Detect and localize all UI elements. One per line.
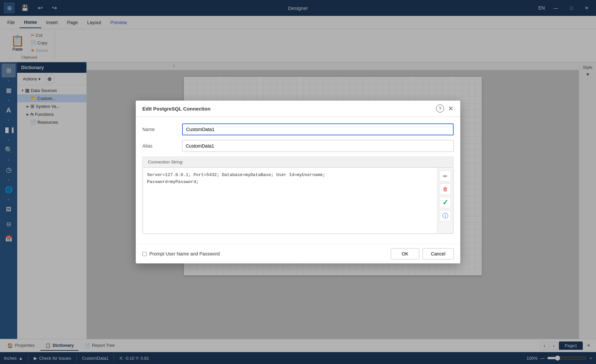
- name-field-row: Name: [142, 123, 454, 135]
- connection-string-area: Server=127.0.0.1; Port=5432; Database=my…: [143, 167, 453, 234]
- connection-string-section: Connection String: Server=127.0.0.1; Por…: [142, 157, 454, 234]
- edit-connection-modal: Edit PostgreSQL Connection ? ✕ Name Alia…: [136, 101, 460, 263]
- alias-input[interactable]: [182, 140, 454, 152]
- ok-button[interactable]: OK: [391, 248, 419, 259]
- connection-string-edit-button[interactable]: ✏: [440, 170, 451, 182]
- modal-overlay: Edit PostgreSQL Connection ? ✕ Name Alia…: [0, 0, 596, 364]
- name-input[interactable]: [182, 123, 454, 135]
- connection-string-section-header: Connection String:: [143, 157, 453, 167]
- connection-string-label: Connection String:: [148, 159, 183, 164]
- modal-body: Name Alias Connection String: Server=127…: [136, 117, 460, 244]
- modal-footer: Prompt User Name and Password OK Cancel: [136, 244, 460, 263]
- name-field-label: Name: [142, 127, 182, 132]
- alias-field-row: Alias: [142, 140, 454, 152]
- connection-string-check-button[interactable]: ✓: [440, 197, 451, 208]
- info-icon: ⓘ: [442, 212, 448, 220]
- connection-string-text[interactable]: Server=127.0.0.1; Port=5432; Database=my…: [143, 168, 437, 233]
- connection-string-info-button[interactable]: ⓘ: [440, 210, 451, 221]
- connection-string-toolbar: ✏ 🗑 ✓ ⓘ: [437, 168, 453, 233]
- modal-header-right: ? ✕: [436, 105, 454, 113]
- modal-close-button[interactable]: ✕: [448, 105, 454, 112]
- modal-footer-left: Prompt User Name and Password: [142, 251, 220, 256]
- modal-title: Edit PostgreSQL Connection: [142, 106, 211, 112]
- modal-header: Edit PostgreSQL Connection ? ✕: [136, 101, 460, 117]
- prompt-password-label: Prompt User Name and Password: [149, 251, 220, 256]
- prompt-password-checkbox[interactable]: [142, 252, 147, 256]
- connection-string-delete-button[interactable]: 🗑: [440, 184, 451, 195]
- delete-eraser-icon: 🗑: [443, 186, 448, 192]
- cancel-button[interactable]: Cancel: [422, 248, 454, 259]
- modal-help-button[interactable]: ?: [436, 105, 444, 113]
- check-icon: ✓: [442, 198, 448, 207]
- prompt-password-checkbox-label[interactable]: Prompt User Name and Password: [142, 251, 220, 256]
- modal-footer-right: OK Cancel: [391, 248, 454, 259]
- alias-field-label: Alias: [142, 143, 182, 149]
- edit-pencil-icon: ✏: [443, 173, 447, 179]
